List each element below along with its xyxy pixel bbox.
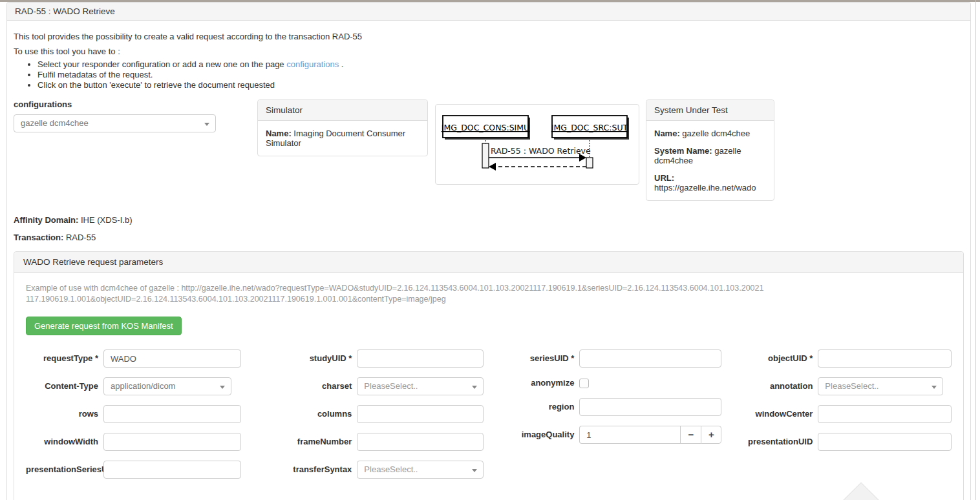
region-input[interactable] (579, 398, 721, 416)
affinity-domain: Affinity Domain: IHE (XDS-I.b) (14, 215, 964, 225)
generate-kos-button[interactable]: Generate request from KOS Manifest (26, 317, 182, 335)
minus-button[interactable]: − (680, 426, 701, 444)
chevron-down-icon (472, 469, 477, 472)
sequence-diagram-panel: IMG_DOC_CONS:SIMU IMG_DOC_SRC:SUT RAD-55… (435, 104, 639, 185)
annotation-select[interactable]: PleaseSelect.. (818, 377, 943, 395)
intro-bullet-3: Click on the button 'execute' to retriev… (37, 80, 964, 90)
main-panel: RAD-55 : WADO Retrieve This tool provide… (6, 2, 971, 500)
sut-name-label: Name: (654, 129, 680, 138)
transaction: Transaction: RAD-55 (14, 233, 964, 242)
scrollbar[interactable] (975, 0, 976, 500)
chevron-down-icon (220, 386, 225, 389)
imageQuality-stepper: − + (579, 426, 721, 444)
transferSyntax-selected-value: PleaseSelect.. (364, 464, 418, 474)
anonymize-checkbox[interactable] (579, 379, 589, 388)
intro-bullet-2: Fulfil metadatas of the request. (37, 70, 964, 80)
studyUID-input[interactable] (357, 349, 484, 368)
message-label: RAD-55 : WADO Retrieve (491, 146, 591, 156)
transaction-value: RAD-55 (63, 233, 96, 242)
sut-name: Name: gazelle dcm4chee (654, 129, 766, 138)
seriesUID-input[interactable] (579, 349, 721, 368)
imageQuality-label: imageQuality (503, 430, 579, 439)
contentType-select[interactable]: application/dicom (103, 377, 231, 395)
actor-left-label: IMG_DOC_CONS:SIMU (442, 123, 529, 132)
chevron-down-icon (472, 386, 477, 389)
configurations-link[interactable]: configurations (286, 59, 339, 69)
plus-button[interactable]: + (701, 426, 721, 444)
simulator-panel-title: Simulator (258, 100, 427, 121)
affinity-domain-label: Affinity Domain: (14, 215, 78, 225)
chevron-down-icon (932, 386, 937, 389)
columns-label: columns (261, 410, 357, 419)
activation-bar-right (586, 158, 593, 168)
response-arrowhead (489, 163, 496, 171)
sut-url-value: https://gazelle.ihe.net/wado (654, 183, 756, 193)
activation-bar-left (482, 143, 489, 168)
simulator-panel: Simulator Name: Imaging Document Consume… (257, 99, 428, 156)
presentationSeriesUID-label: presentationSeriesUID (26, 465, 103, 474)
bullet1-text: Select your responder configuration or a… (37, 59, 286, 69)
transferSyntax-label: transferSyntax (261, 465, 357, 474)
configuration-select[interactable]: gazelle dcm4chee (14, 114, 216, 132)
annotation-label: annotation (741, 382, 818, 391)
charset-label: charset (261, 382, 357, 391)
request-parameters-panel: WADO Retrieve request parameters Example… (14, 251, 964, 500)
frameNumber-label: frameNumber (261, 437, 357, 446)
requestType-label: requestType * (26, 354, 103, 363)
page-title: RAD-55 : WADO Retrieve (7, 3, 970, 21)
sut-system-name: System Name: gazelle dcm4chee (654, 146, 766, 165)
charset-selected-value: PleaseSelect.. (364, 381, 418, 391)
actor-right-label: IMG_DOC_SRC:SUT (551, 123, 628, 132)
simulator-name: Name: Imaging Document Consumer Simulato… (266, 129, 420, 148)
sequence-diagram: IMG_DOC_CONS:SIMU IMG_DOC_SRC:SUT RAD-55… (436, 105, 639, 184)
sut-url-label: URL: (654, 173, 674, 183)
contentType-selected-value: application/dicom (111, 381, 175, 391)
intro-line-1: This tool provides the possibility to cr… (14, 31, 964, 42)
simulator-name-label: Name: (266, 129, 292, 138)
imageQuality-input[interactable] (579, 426, 680, 444)
seriesUID-label: seriesUID * (503, 354, 579, 363)
chevron-down-icon (204, 123, 209, 126)
configuration-selected-value: gazelle dcm4chee (21, 118, 89, 128)
sut-url: URL: https://gazelle.ihe.net/wado (654, 173, 766, 193)
windowWidth-label: windowWidth (26, 437, 103, 446)
request-parameters-title: WADO Retrieve request parameters (14, 252, 963, 273)
sut-name-value: gazelle dcm4chee (680, 129, 750, 138)
intro-line-2: To use this tool you have to : (14, 46, 964, 57)
presentationUID-label: presentationUID (741, 437, 818, 446)
columns-input[interactable] (357, 405, 484, 423)
anonymize-label: anonymize (503, 379, 579, 388)
sut-panel: System Under Test Name: gazelle dcm4chee… (646, 99, 774, 201)
transferSyntax-select[interactable]: PleaseSelect.. (357, 461, 484, 479)
configurations-label: configurations (14, 99, 216, 109)
charset-select[interactable]: PleaseSelect.. (357, 377, 484, 395)
sut-system-label: System Name: (654, 146, 712, 156)
rows-input[interactable] (103, 405, 241, 423)
studyUID-label: studyUID * (261, 354, 357, 363)
presentationUID-input[interactable] (818, 433, 952, 451)
contentType-label: Content-Type (26, 382, 103, 391)
rows-label: rows (26, 410, 103, 419)
windowWidth-input[interactable] (103, 433, 241, 451)
objectUID-label: objectUID * (741, 354, 818, 363)
annotation-selected-value: PleaseSelect.. (825, 381, 879, 391)
intro-text: This tool provides the possibility to cr… (14, 31, 964, 90)
affinity-domain-value: IHE (XDS-I.b) (78, 215, 132, 225)
example-text: Example of use with dcm4chee of gazelle … (26, 283, 766, 305)
frameNumber-input[interactable] (357, 433, 484, 451)
region-label: region (503, 402, 579, 411)
requestType-input[interactable] (103, 349, 241, 368)
bullet1-suffix: . (339, 59, 343, 69)
presentationSeriesUID-input[interactable] (103, 461, 241, 479)
windowCenter-input[interactable] (818, 405, 952, 423)
intro-bullet-1: Select your responder configuration or a… (37, 59, 964, 70)
sut-panel-title: System Under Test (646, 100, 774, 121)
objectUID-input[interactable] (818, 349, 952, 368)
transaction-label: Transaction: (14, 233, 63, 242)
windowCenter-label: windowCenter (741, 410, 818, 419)
